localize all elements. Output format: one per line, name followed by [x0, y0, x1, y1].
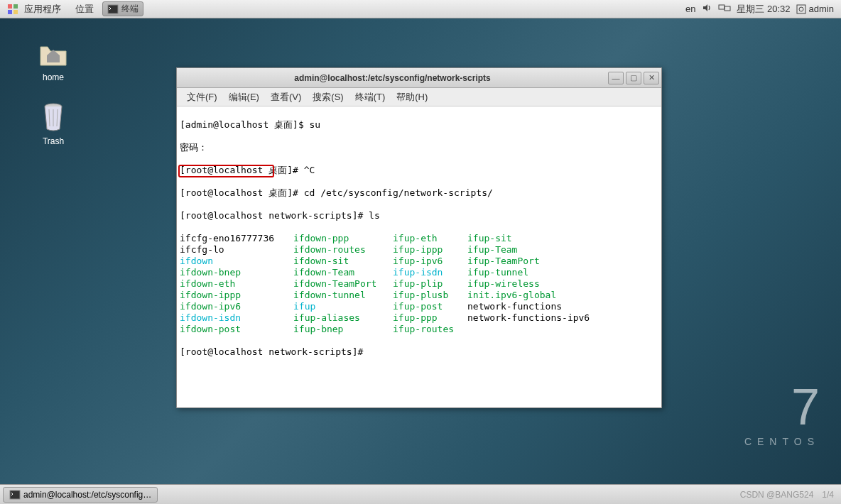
- svg-rect-0: [8, 4, 12, 9]
- taskbar-entry-label: admin@localhost:/etc/sysconfig…: [23, 490, 151, 500]
- window-title: admin@localhost:/etc/sysconfig/network-s…: [177, 73, 608, 83]
- user-label: admin: [809, 4, 834, 14]
- ls-file: ifcfg-eno16777736: [180, 233, 293, 244]
- ls-file: ifup-plusb: [393, 290, 467, 301]
- ls-file: ifup-sit: [467, 233, 609, 244]
- ls-file: [467, 324, 609, 335]
- apps-icon: [7, 4, 24, 14]
- ls-file: ifdown-isdn: [180, 312, 293, 324]
- ls-file: ifup-post: [393, 301, 467, 312]
- panel-right: en 星期三 20:32 admin: [685, 2, 841, 16]
- menubar: 文件(F) 编辑(E) 查看(V) 搜索(S) 终端(T) 帮助(H): [177, 88, 661, 106]
- terminal-icon: [107, 4, 121, 15]
- desktop-trash-label: Trash: [28, 136, 78, 146]
- centos-version: 7: [744, 378, 820, 436]
- terminal-window: admin@localhost:/etc/sysconfig/network-s…: [176, 67, 662, 408]
- svg-rect-3: [13, 10, 18, 14]
- ls-file: network-functions-ipv6: [467, 312, 609, 324]
- volume-icon[interactable]: [701, 2, 712, 16]
- ls-file: ifdown-TeamPort: [293, 278, 393, 290]
- ls-file: ifdown-sit: [293, 256, 393, 267]
- centos-label: CENTOS: [744, 436, 820, 447]
- bottom-panel: admin@localhost:/etc/sysconfig… CSDN @BA…: [0, 484, 841, 504]
- ls-file: ifup-tunnel: [467, 267, 609, 278]
- close-button[interactable]: ✕: [644, 72, 659, 84]
- svg-rect-6: [725, 6, 730, 11]
- menu-search[interactable]: 搜索(S): [307, 91, 349, 104]
- ls-output: ifcfg-eno16777736ifcfg-loifdownifdown-bn…: [180, 233, 658, 335]
- power-icon: [796, 4, 806, 14]
- ls-file: ifup-ppp: [393, 312, 467, 324]
- ls-file: ifup-eth: [393, 233, 467, 244]
- datetime[interactable]: 星期三 20:32: [737, 3, 790, 16]
- taskbar-terminal[interactable]: 终端: [102, 1, 143, 16]
- maximize-button[interactable]: ▢: [626, 72, 641, 84]
- menu-file[interactable]: 文件(F): [181, 91, 223, 104]
- svg-point-8: [799, 7, 803, 11]
- ls-file: init.ipv6-global: [467, 290, 609, 301]
- terminal-line: [admin@localhost 桌面]$ su: [180, 119, 658, 131]
- svg-rect-13: [10, 491, 20, 499]
- menu-help[interactable]: 帮助(H): [391, 91, 433, 104]
- ls-file: ifdown-ippp: [180, 290, 293, 301]
- input-lang[interactable]: en: [685, 4, 695, 14]
- ls-file: ifup-routes: [393, 324, 467, 335]
- menu-edit[interactable]: 编辑(E): [223, 91, 265, 104]
- ls-file: ifcfg-lo: [180, 244, 293, 256]
- terminal-content[interactable]: [admin@localhost 桌面]$ su 密码： [root@local…: [177, 106, 661, 407]
- ls-file: ifup-ippp: [393, 244, 467, 256]
- ls-file: ifup-isdn: [393, 267, 467, 278]
- svg-rect-7: [797, 5, 805, 13]
- panel-left: 应用程序 位置 终端: [0, 1, 145, 17]
- ls-file: ifup-plip: [393, 278, 467, 290]
- minimize-button[interactable]: —: [608, 72, 624, 84]
- taskbar-entry[interactable]: admin@localhost:/etc/sysconfig…: [3, 487, 158, 503]
- ls-file: ifdown-post: [180, 324, 293, 335]
- ls-file: ifup-TeamPort: [467, 256, 609, 267]
- ls-file: network-functions: [467, 301, 609, 312]
- workspace-indicator[interactable]: 1/4: [822, 490, 834, 500]
- svg-rect-2: [8, 10, 12, 14]
- ls-file: ifdown-ipv6: [180, 301, 293, 312]
- ls-file: ifdown-Team: [293, 267, 393, 278]
- applications-label: 应用程序: [24, 4, 61, 14]
- terminal-line: 密码：: [180, 142, 658, 153]
- places-menu[interactable]: 位置: [68, 3, 101, 16]
- desktop-trash[interactable]: Trash: [28, 99, 78, 146]
- user-menu[interactable]: admin: [796, 4, 834, 14]
- ls-file: ifup-wireless: [467, 278, 609, 290]
- svg-rect-1: [13, 4, 18, 9]
- terminal-icon: [9, 489, 23, 500]
- home-folder-icon: [36, 35, 70, 70]
- watermark-text: CSDN @BANG524: [740, 490, 814, 500]
- taskbar-terminal-label: 终端: [121, 3, 139, 15]
- ls-file: ifdown-tunnel: [293, 290, 393, 301]
- ls-file: ifdown-eth: [180, 278, 293, 290]
- top-panel: 应用程序 位置 终端 en 星期三 20:32 admin: [0, 0, 841, 18]
- desktop-home[interactable]: home: [28, 35, 78, 82]
- titlebar[interactable]: admin@localhost:/etc/sysconfig/network-s…: [177, 68, 661, 88]
- ls-file: ifdown-ppp: [293, 233, 393, 244]
- menu-view[interactable]: 查看(V): [265, 91, 307, 104]
- svg-rect-5: [719, 5, 725, 9]
- menu-terminal[interactable]: 终端(T): [349, 91, 391, 104]
- svg-rect-4: [108, 5, 118, 13]
- ls-file: ifup-ipv6: [393, 256, 467, 267]
- terminal-line: [root@localhost network-scripts]#: [180, 346, 658, 358]
- ls-file: ifdown: [180, 256, 293, 267]
- terminal-line: [root@localhost network-scripts]# ls: [180, 210, 658, 221]
- ls-file: ifup-bnep: [293, 324, 393, 335]
- terminal-line: [root@localhost 桌面]# ^C: [180, 165, 658, 176]
- ls-file: ifdown-bnep: [180, 267, 293, 278]
- ls-file: ifup: [293, 301, 393, 312]
- centos-watermark: 7 CENTOS: [744, 378, 820, 447]
- terminal-line: [root@localhost 桌面]# cd /etc/sysconfig/n…: [180, 187, 658, 199]
- trash-icon: [36, 99, 70, 133]
- applications-menu[interactable]: 应用程序: [0, 3, 68, 16]
- network-icon[interactable]: [718, 3, 731, 15]
- ls-file: ifup-aliases: [293, 312, 393, 324]
- ls-file: ifdown-routes: [293, 244, 393, 256]
- bottom-right: CSDN @BANG524 1/4: [740, 490, 841, 500]
- ls-file: ifup-Team: [467, 244, 609, 256]
- desktop-home-label: home: [28, 72, 78, 82]
